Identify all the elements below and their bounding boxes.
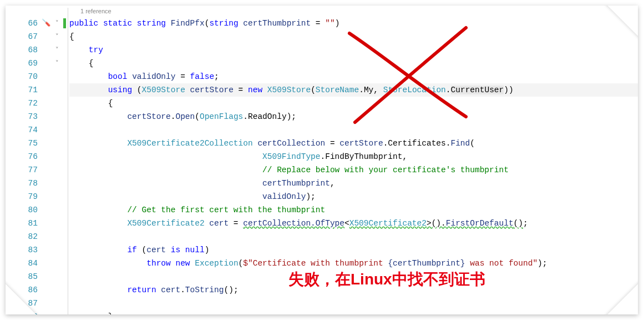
token: ; xyxy=(214,72,219,81)
token: ( xyxy=(239,259,244,268)
token: new xyxy=(248,86,262,94)
code-line[interactable]: bool validOnly = false; xyxy=(69,70,638,83)
line-number: 84 xyxy=(6,257,38,270)
token: , xyxy=(330,179,335,188)
token: { xyxy=(69,32,74,41)
code-line[interactable]: validOnly); xyxy=(69,190,638,203)
line-number: 69 xyxy=(6,57,38,70)
token: StoreName xyxy=(316,86,359,94)
token: , xyxy=(373,86,383,94)
token: certStore xyxy=(339,139,383,148)
lightbulb-icon[interactable]: 🪛 xyxy=(41,17,51,30)
code-line[interactable]: { xyxy=(69,30,638,43)
token: ( xyxy=(137,246,146,254)
token: validOnly xyxy=(132,72,175,81)
editor-frame: 6667686970717273747576777879808182838485… xyxy=(6,6,638,314)
line-number: 78 xyxy=(6,177,38,190)
divider xyxy=(68,8,68,314)
token: bool xyxy=(108,72,128,81)
line-number: 70 xyxy=(6,70,38,83)
token: ( xyxy=(132,86,141,94)
token xyxy=(166,246,171,254)
token: , xyxy=(402,152,407,161)
token: cert xyxy=(146,246,166,254)
token: >(). xyxy=(427,219,446,228)
token: certStore xyxy=(127,112,170,121)
token: . xyxy=(446,86,451,94)
line-number: 80 xyxy=(6,203,38,217)
token: = xyxy=(229,219,243,228)
token: ( xyxy=(311,86,316,94)
token xyxy=(127,72,132,81)
line-number: 67 xyxy=(6,30,38,43)
token: StoreLocation xyxy=(383,86,446,94)
token: )) xyxy=(504,86,513,94)
code-line[interactable]: public static string FindPfx(string cert… xyxy=(69,17,638,30)
token: ( xyxy=(195,112,200,121)
token: certThumbprint xyxy=(262,179,330,188)
token xyxy=(185,86,190,94)
code-editor[interactable]: 6667686970717273747576777879808182838485… xyxy=(6,6,638,314)
code-line[interactable] xyxy=(69,123,638,137)
line-number: 74 xyxy=(6,123,38,137)
token: FindByThumbprint xyxy=(325,152,402,161)
code-line[interactable]: X509Certificate2Collection certCollectio… xyxy=(69,137,638,150)
code-line[interactable]: { xyxy=(69,97,638,110)
code-line[interactable]: X509FindType.FindByThumbprint, xyxy=(69,150,638,163)
token: if xyxy=(127,246,136,254)
line-number: 73 xyxy=(6,110,38,123)
token: // Get the first cert with the thumbprin… xyxy=(127,206,325,214)
token: static xyxy=(103,19,132,28)
token: { xyxy=(108,99,113,108)
token xyxy=(262,86,267,94)
code-line[interactable]: throw new Exception($"Certificate with t… xyxy=(69,257,638,270)
code-line[interactable]: using (X509Store certStore = new X509Sto… xyxy=(69,83,638,97)
token: ) xyxy=(335,19,340,28)
line-number: 76 xyxy=(6,150,38,163)
token: X509Store xyxy=(267,86,311,94)
token: {certThumbprint} xyxy=(388,259,465,268)
token: (); xyxy=(224,286,238,294)
token: . xyxy=(243,112,248,121)
token: X509FindType xyxy=(262,152,320,161)
line-number: 79 xyxy=(6,190,38,203)
code-line[interactable]: } xyxy=(69,310,638,314)
line-number: 75 xyxy=(6,137,38,150)
token: FindPfx xyxy=(171,19,205,28)
token: // Replace below with your certificate's… xyxy=(262,166,509,174)
code-line[interactable] xyxy=(69,297,638,310)
token: false xyxy=(190,72,215,81)
token: = xyxy=(175,72,190,81)
line-number: 83 xyxy=(6,243,38,257)
code-line[interactable]: { xyxy=(69,57,638,70)
token: . xyxy=(180,286,185,294)
token: return xyxy=(127,286,156,294)
token: { xyxy=(89,59,94,68)
token: throw xyxy=(146,259,171,268)
token: string xyxy=(209,19,238,28)
token: ( xyxy=(470,139,475,148)
code-line[interactable]: certThumbprint, xyxy=(69,177,638,190)
token: . xyxy=(359,86,364,94)
failure-note-chinese: 失败，在Linux中找不到证书 xyxy=(288,269,485,290)
code-line[interactable]: X509Certificate2 cert = certCollection.O… xyxy=(69,217,638,230)
token: X509Store xyxy=(142,86,185,94)
line-number: 72 xyxy=(6,97,38,110)
code-line[interactable] xyxy=(69,230,638,243)
token xyxy=(180,246,185,254)
fold-chevron-icon[interactable]: ˅ xyxy=(51,43,63,57)
codelens-references[interactable]: 1 reference xyxy=(80,8,111,14)
line-number-gutter: 6667686970717273747576777879808182838485… xyxy=(6,8,41,314)
fold-chevron-icon[interactable]: ˅ xyxy=(51,17,63,30)
code-line[interactable]: // Replace below with your certificate's… xyxy=(69,163,638,177)
fold-chevron-icon[interactable]: ˅ xyxy=(51,30,63,43)
token: Open xyxy=(175,112,195,121)
token: $"Certificate with thumbprint xyxy=(243,259,388,268)
code-line[interactable]: // Get the first cert with the thumbprin… xyxy=(69,203,638,217)
code-line[interactable]: certStore.Open(OpenFlags.ReadOnly); xyxy=(69,110,638,123)
code-line[interactable]: try xyxy=(69,43,638,57)
fold-chevron-icon[interactable]: ˅ xyxy=(51,57,63,70)
change-bar xyxy=(63,18,66,28)
code-line[interactable]: if (cert is null) xyxy=(69,243,638,257)
fold-column[interactable]: ˅˅˅˅ xyxy=(51,8,63,314)
